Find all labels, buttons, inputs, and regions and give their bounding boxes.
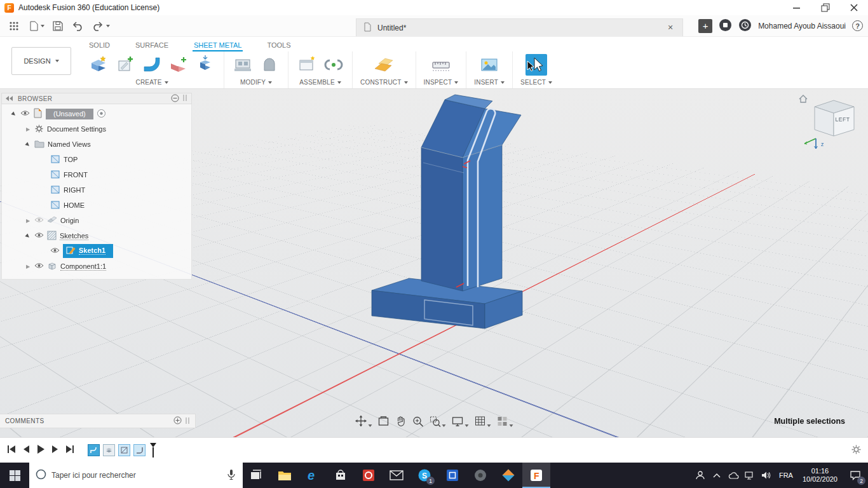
expand-arrow[interactable]: [25, 264, 31, 269]
user-name[interactable]: Mohamed Ayoub Aissaoui: [758, 22, 846, 30]
zoom-icon[interactable]: [412, 416, 424, 427]
measure-icon[interactable]: [430, 54, 452, 76]
flange-create-icon[interactable]: [88, 54, 109, 76]
timeline-feature-sketch[interactable]: [118, 444, 130, 456]
expand-arrow[interactable]: [25, 126, 31, 132]
tab-tools[interactable]: TOOLS: [266, 41, 292, 51]
eye-icon[interactable]: [34, 217, 44, 224]
volume-icon[interactable]: [758, 463, 775, 488]
people-icon[interactable]: [692, 463, 709, 488]
expand-arrow[interactable]: [24, 140, 32, 148]
data-panel-icon[interactable]: [5, 18, 23, 34]
tree-item-origin[interactable]: Origin: [2, 213, 191, 228]
document-tab-close-icon[interactable]: ✕: [665, 22, 676, 34]
timeline-settings-gear-icon[interactable]: [851, 444, 862, 457]
tab-solid[interactable]: SOLID: [88, 41, 111, 51]
tree-item-named-views[interactable]: Named Views: [2, 137, 191, 152]
app-icon-blue[interactable]: [438, 463, 466, 488]
timeline-feature-bend[interactable]: [133, 444, 146, 456]
flange-icon[interactable]: [141, 54, 163, 76]
unfold-icon[interactable]: [259, 54, 280, 76]
tree-item-sketch1[interactable]: Sketch1: [2, 243, 191, 259]
fusion-360-taskbar-icon[interactable]: F: [522, 463, 550, 488]
tree-item-view-top[interactable]: TOP: [2, 152, 191, 167]
viewport[interactable]: LEFT z BROWSER (Unsaved): [0, 89, 868, 437]
timeline-step-forward-icon[interactable]: [51, 444, 60, 456]
comments-bar[interactable]: COMMENTS: [0, 414, 196, 428]
eye-icon[interactable]: [34, 262, 44, 270]
workspace-selector[interactable]: DESIGN: [11, 47, 71, 75]
tab-sheet-metal[interactable]: SHEET METAL: [193, 41, 243, 51]
tree-item-view-front[interactable]: FRONT: [2, 167, 191, 182]
browser-header[interactable]: BROWSER: [1, 93, 192, 104]
tree-item-view-right[interactable]: RIGHT: [2, 182, 191, 198]
tree-item-root[interactable]: (Unsaved): [2, 106, 191, 121]
derive-icon[interactable]: [194, 54, 216, 76]
onedrive-cloud-icon[interactable]: [725, 463, 742, 488]
task-view-icon[interactable]: [243, 463, 271, 488]
group-label-construct[interactable]: CONSTRUCT: [360, 79, 402, 86]
timeline-play-icon[interactable]: [36, 444, 46, 457]
help-icon[interactable]: ?: [852, 20, 863, 31]
group-label-create[interactable]: CREATE: [135, 79, 161, 86]
group-label-select[interactable]: SELECT: [520, 79, 546, 86]
panel-grip-icon[interactable]: [185, 417, 190, 426]
selected-tree-item[interactable]: Sketch1: [63, 244, 113, 258]
file-explorer-icon[interactable]: [271, 463, 299, 488]
panel-grip-icon[interactable]: [182, 94, 187, 103]
extensions-icon[interactable]: [719, 18, 732, 34]
orbit-icon[interactable]: [355, 415, 372, 427]
display-settings-icon[interactable]: [452, 416, 469, 427]
layout-grid-icon[interactable]: [475, 416, 491, 427]
group-label-insert[interactable]: INSERT: [474, 79, 498, 86]
redo-icon[interactable]: [88, 18, 113, 34]
viewports-icon[interactable]: [497, 416, 513, 427]
job-status-icon[interactable]: [738, 18, 752, 34]
tree-item-document-settings[interactable]: Document Settings: [2, 121, 191, 137]
mail-icon[interactable]: [383, 463, 410, 488]
start-button[interactable]: [0, 463, 29, 488]
viewcube[interactable]: LEFT z: [797, 93, 863, 151]
convert-to-sheet-metal-icon[interactable]: [168, 54, 189, 76]
expand-arrow[interactable]: [25, 218, 31, 224]
expand-arrow[interactable]: [10, 109, 18, 118]
restore-button[interactable]: [811, 0, 839, 15]
insert-canvas-icon[interactable]: [478, 54, 500, 76]
microsoft-store-icon[interactable]: [327, 463, 355, 488]
file-menu-icon[interactable]: [24, 18, 48, 34]
timeline-feature-flange[interactable]: [88, 444, 100, 456]
tree-item-sketches[interactable]: Sketches: [2, 228, 191, 243]
app-icon-diamond[interactable]: [494, 463, 522, 488]
close-button[interactable]: [839, 0, 868, 15]
microphone-icon[interactable]: [226, 469, 236, 482]
skype-icon[interactable]: S1: [410, 463, 438, 488]
chevron-up-icon[interactable]: [709, 463, 725, 488]
tree-item-component1[interactable]: Component1:1: [2, 259, 191, 274]
new-component-icon[interactable]: [296, 54, 318, 76]
action-center-icon[interactable]: 2: [843, 463, 868, 488]
viewcube-face-label[interactable]: LEFT: [832, 116, 853, 123]
pan-hand-icon[interactable]: [395, 416, 407, 427]
select-cursor-icon[interactable]: [526, 54, 547, 76]
language-indicator[interactable]: FRA: [775, 471, 797, 479]
expand-arrow[interactable]: [24, 231, 32, 240]
edge-icon[interactable]: e: [299, 463, 327, 488]
create-sketch-icon[interactable]: [114, 54, 136, 76]
group-label-assemble[interactable]: ASSEMBLE: [299, 79, 335, 86]
construct-plane-icon[interactable]: [373, 54, 395, 76]
minimize-button[interactable]: [782, 0, 811, 15]
look-at-icon[interactable]: [378, 416, 390, 427]
tab-surface[interactable]: SURFACE: [134, 41, 170, 51]
zoom-window-icon[interactable]: [430, 416, 446, 427]
search-input[interactable]: [51, 471, 221, 480]
undo-icon[interactable]: [68, 18, 87, 34]
eye-icon[interactable]: [20, 110, 30, 118]
tree-item-view-home[interactable]: HOME: [2, 198, 191, 213]
eye-icon[interactable]: [34, 232, 44, 240]
document-tab[interactable]: Untitled* ✕: [356, 18, 683, 36]
timeline-step-back-icon[interactable]: [22, 444, 31, 456]
circle-minus-icon[interactable]: [171, 94, 179, 104]
flat-pattern-icon[interactable]: [232, 54, 254, 76]
timeline-go-start-icon[interactable]: [6, 444, 17, 456]
app-icon-red[interactable]: [355, 463, 383, 488]
